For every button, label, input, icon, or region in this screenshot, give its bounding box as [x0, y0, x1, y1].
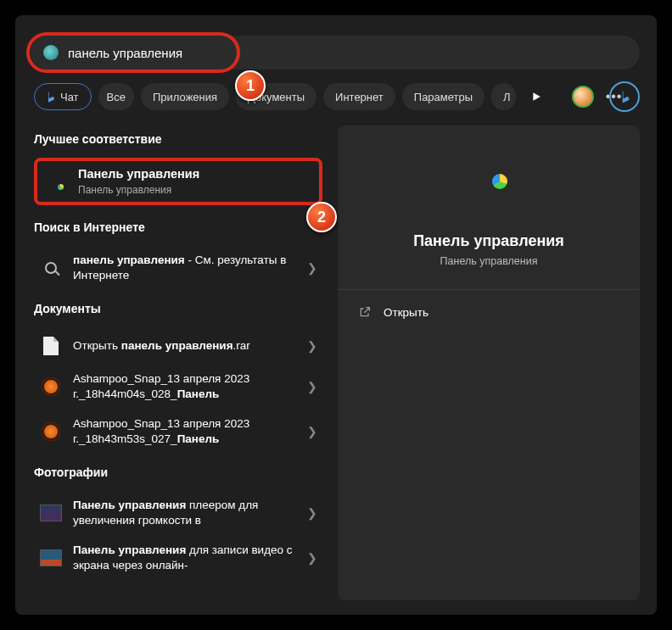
tab-params[interactable]: Параметры — [402, 83, 484, 110]
control-panel-big-icon — [455, 156, 523, 215]
tab-apps[interactable]: Приложения — [141, 83, 229, 110]
tab-params-label: Параметры — [414, 91, 473, 103]
web1-bold: панель управления — [73, 254, 185, 266]
tab-all-label: Все — [107, 91, 126, 103]
chevron-right-icon: ❯ — [307, 261, 317, 275]
tab-docs-label: Документы — [248, 91, 305, 103]
section-photos: Фотографии — [34, 466, 322, 479]
chevron-right-icon: ❯ — [307, 425, 317, 438]
scroll-right-button[interactable] — [523, 83, 550, 110]
thumbnail-icon — [39, 546, 63, 570]
file-icon — [39, 334, 63, 358]
result-doc-1[interactable]: Открыть панель управления.rar ❯ — [34, 327, 322, 365]
result-photo-2[interactable]: Панель управления для записи видео с экр… — [34, 536, 322, 580]
tab-chat[interactable]: Чат — [34, 83, 92, 110]
best-subtitle: Панель управления — [78, 183, 312, 197]
tab-internet[interactable]: Интернет — [323, 83, 395, 110]
search-icon — [39, 256, 63, 280]
chevron-right-icon: ❯ — [307, 551, 317, 565]
tab-cut[interactable]: Л — [491, 83, 516, 110]
result-doc-2[interactable]: Ashampoo_Snap_13 апреля 2023 г._18h44m04… — [34, 365, 322, 409]
section-web: Поиск в Интернете — [34, 220, 322, 234]
result-web-1[interactable]: панель управления - См. результаты в Инт… — [34, 246, 322, 290]
bing-chat-icon — [43, 90, 57, 103]
search-box[interactable] — [31, 36, 640, 70]
search-input[interactable] — [68, 46, 628, 60]
tab-documents[interactable]: Документы — [236, 83, 316, 110]
tab-chat-label: Чат — [60, 91, 79, 103]
tab-cut-label: Л — [503, 91, 511, 103]
filter-tabs: Чат Все Приложения Документы Интернет Па… — [34, 83, 622, 110]
section-documents: Документы — [34, 302, 322, 315]
result-photo-1[interactable]: Панель управления плеером для увеличения… — [34, 491, 322, 535]
tab-all[interactable]: Все — [98, 83, 134, 110]
chevron-right-icon: ❯ — [307, 339, 317, 353]
tab-internet-label: Интернет — [335, 91, 384, 103]
play-icon — [531, 92, 541, 102]
results-left-column: Лучшее соответствие Панель управления Па… — [34, 125, 322, 580]
search-orb-icon — [42, 44, 59, 61]
bing-button[interactable] — [609, 81, 640, 112]
bing-icon — [617, 89, 632, 104]
tab-apps-label: Приложения — [153, 91, 217, 103]
action-open-label: Открыть — [384, 306, 428, 319]
preview-panel: Панель управления Панель управления Откр… — [338, 125, 640, 600]
preview-subtitle: Панель управления — [338, 255, 640, 267]
user-avatar[interactable] — [572, 86, 594, 108]
control-panel-icon — [44, 170, 68, 193]
result-best-match[interactable]: Панель управления Панель управления — [34, 158, 322, 205]
section-best-match: Лучшее соответствие — [34, 132, 322, 146]
ashampoo-icon — [39, 375, 63, 399]
ashampoo-icon — [39, 420, 63, 443]
open-icon — [358, 305, 372, 319]
result-doc-3[interactable]: Ashampoo_Snap_13 апреля 2023 г._18h43m53… — [34, 410, 322, 454]
action-open[interactable]: Открыть — [338, 290, 640, 334]
chevron-right-icon: ❯ — [307, 506, 317, 520]
thumbnail-icon — [39, 501, 63, 525]
best-title: Панель управления — [78, 166, 312, 183]
preview-title: Панель управления — [338, 232, 640, 250]
chevron-right-icon: ❯ — [307, 380, 317, 393]
